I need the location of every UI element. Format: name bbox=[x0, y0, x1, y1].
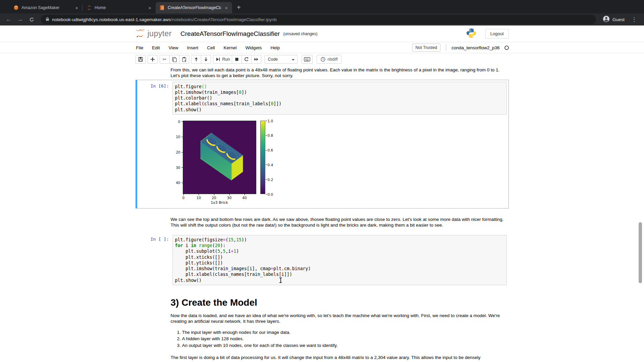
divider bbox=[446, 44, 446, 51]
nbdiff-label: nbdiff bbox=[327, 57, 337, 62]
restart-kernel-button[interactable] bbox=[241, 55, 252, 64]
tab-close-icon[interactable]: × bbox=[74, 5, 79, 11]
avatar bbox=[603, 15, 610, 23]
url-domain: notebook-udtwigjh8cys.notebook.us-east-1… bbox=[52, 17, 171, 22]
menu-cell[interactable]: Cell bbox=[203, 45, 219, 50]
reload-icon[interactable] bbox=[27, 15, 36, 24]
profile-name: Guest bbox=[612, 17, 625, 22]
cell-output: 010203040 010203040 1x3 Brick 1.00.80.60… bbox=[139, 118, 507, 206]
tab-strip: Amazon SageMaker×Home×CreateATensorFlowI… bbox=[0, 0, 644, 13]
code-cell-selected[interactable]: In [6]: plt.figure()plt.imshow(train_ima… bbox=[136, 80, 509, 208]
copy-cell-button[interactable] bbox=[169, 55, 179, 64]
code-editor[interactable]: plt.figure(figsize=(15,15))for i in rang… bbox=[172, 235, 507, 285]
notebook-title[interactable]: CreateATensorFlowImageClassifier bbox=[180, 30, 280, 38]
url-bar[interactable]: notebook-udtwigjh8cys.notebook.us-east-1… bbox=[41, 15, 596, 24]
command-palette-button[interactable] bbox=[302, 55, 313, 64]
notebook-toolbar: ✂ bbox=[0, 53, 644, 65]
list-item: An output layer with 10 nodes, one for e… bbox=[182, 342, 509, 349]
url-path: /notebooks/CreateATensorFlowImageClassif… bbox=[171, 17, 277, 22]
scrollbar-thumb[interactable] bbox=[639, 222, 642, 283]
cell-type-select[interactable]: Code bbox=[265, 55, 298, 64]
section-heading[interactable]: 3) Create the Model bbox=[171, 297, 509, 308]
nbdiff-button[interactable]: nbdiff bbox=[317, 55, 341, 64]
tab-close-icon[interactable]: × bbox=[224, 5, 229, 11]
menu-insert[interactable]: Insert bbox=[183, 45, 203, 50]
code-cell[interactable]: In [ ]: plt.figure(figsize=(15,15))for i… bbox=[136, 233, 509, 287]
trust-status-button[interactable]: Not Trusted bbox=[412, 44, 441, 52]
forward-icon[interactable]: → bbox=[15, 15, 25, 24]
browser-window: Amazon SageMaker×Home×CreateATensorFlowI… bbox=[0, 0, 644, 362]
browser-menu-icon[interactable]: ⋮ bbox=[629, 16, 640, 23]
interrupt-kernel-button[interactable] bbox=[232, 55, 242, 64]
matplotlib-figure: 010203040 010203040 1x3 Brick 1.00.80.60… bbox=[172, 118, 276, 206]
menu-view[interactable]: View bbox=[164, 45, 183, 50]
menu-widgets[interactable]: Widgets bbox=[241, 45, 266, 50]
run-cell-button[interactable]: Run bbox=[213, 55, 232, 64]
kernel-status-icon bbox=[504, 46, 509, 50]
code-lines: plt.figure(figsize=(15,15))for i in rang… bbox=[175, 237, 504, 283]
restart-run-all-button[interactable] bbox=[251, 55, 261, 64]
tab-strip-tabs: Amazon SageMaker×Home×CreateATensorFlowI… bbox=[9, 2, 232, 13]
python-logo-icon bbox=[466, 28, 477, 40]
browser-tab[interactable]: Amazon SageMaker× bbox=[9, 2, 83, 13]
menu-edit[interactable]: Edit bbox=[148, 45, 164, 50]
imshow-plot bbox=[183, 121, 256, 194]
paste-cell-button[interactable] bbox=[179, 55, 189, 64]
jupyter-orb-icon bbox=[87, 5, 92, 10]
menu-kernel[interactable]: Kernel bbox=[219, 45, 241, 50]
move-cell-up-button[interactable] bbox=[191, 55, 201, 64]
jupyter-logo-icon[interactable] bbox=[136, 28, 146, 40]
markdown-cell[interactable]: From this, we can tell each data point i… bbox=[171, 67, 505, 79]
notebook-area: From this, we can tell each data point i… bbox=[0, 65, 644, 360]
markdown-cell[interactable]: The first layer is doing a bit of data p… bbox=[171, 355, 505, 360]
jupyter-wordmark[interactable]: jupyter bbox=[148, 29, 172, 38]
markdown-cell[interactable]: We can see the top and bottom few rows a… bbox=[171, 217, 505, 228]
cut-cell-button[interactable]: ✂ bbox=[160, 55, 170, 64]
input-prompt: In [ ]: bbox=[139, 235, 172, 285]
new-tab-button[interactable]: + bbox=[232, 4, 246, 13]
lock-icon bbox=[46, 17, 49, 22]
menu-items: FileEditViewInsertCellKernelWidgetsHelp bbox=[136, 45, 284, 50]
browser-profile[interactable]: Guest bbox=[601, 15, 627, 23]
cell-type-value: Code bbox=[268, 57, 278, 62]
list-item: A hidden layer with 128 nodes. bbox=[182, 336, 509, 342]
code-editor[interactable]: plt.figure()plt.imshow(train_images[0])p… bbox=[172, 82, 507, 115]
menu-file[interactable]: File bbox=[136, 45, 148, 50]
tab-close-icon[interactable]: × bbox=[147, 5, 152, 11]
x-axis-label: 1x3 Brick bbox=[183, 200, 256, 205]
add-cell-button[interactable] bbox=[148, 55, 158, 64]
save-button[interactable] bbox=[136, 55, 146, 64]
jupyter-page: jupyter CreateATensorFlowImageClassifier… bbox=[0, 25, 644, 362]
back-icon[interactable]: ← bbox=[4, 15, 13, 24]
markdown-cell[interactable]: Now the data is loaded, and we have an i… bbox=[171, 313, 505, 324]
input-prompt: In [6]: bbox=[139, 82, 172, 115]
browser-tab[interactable]: Home× bbox=[83, 2, 156, 13]
numbered-list[interactable]: The input layer with enough nodes for ou… bbox=[171, 329, 509, 349]
notebook-menubar: FileEditViewInsertCellKernelWidgetsHelp … bbox=[0, 42, 644, 53]
code-lines: plt.figure()plt.imshow(train_images[0])p… bbox=[175, 84, 504, 113]
sagemaker-icon bbox=[13, 5, 19, 10]
list-item: The input layer with enough nodes for ou… bbox=[182, 329, 509, 336]
move-cell-down-button[interactable] bbox=[201, 55, 211, 64]
checkpoint-status: (unsaved changes) bbox=[283, 32, 317, 36]
notebook-header: jupyter CreateATensorFlowImageClassifier… bbox=[0, 25, 644, 42]
menu-help[interactable]: Help bbox=[266, 45, 284, 50]
logout-button[interactable]: Logout bbox=[485, 29, 509, 39]
browser-toolbar: ← → notebook-udtwigjh8cys.notebook.us-ea… bbox=[0, 13, 644, 25]
kernel-name: conda_tensorflow2_p36 bbox=[451, 45, 499, 50]
text-cursor bbox=[279, 278, 282, 283]
colorbar bbox=[260, 121, 265, 194]
browser-tab[interactable]: CreateATensorFlowImageClass× bbox=[156, 2, 232, 13]
run-label: Run bbox=[222, 57, 230, 62]
notebook-icon bbox=[160, 5, 165, 10]
